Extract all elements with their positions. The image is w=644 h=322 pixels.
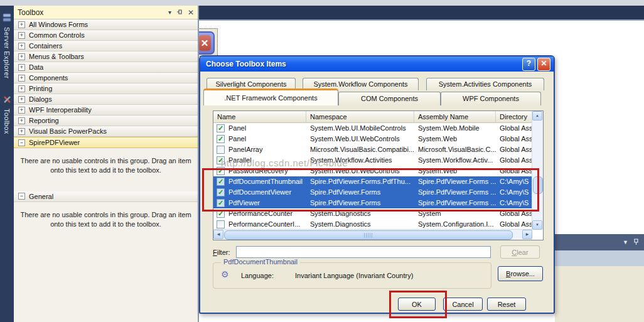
choose-toolbox-items-dialog: Choose Toolbox Items ? ✕ Silverlight Com…: [199, 55, 555, 314]
tab-system-activities-components[interactable]: System.Activities Components: [426, 78, 544, 90]
cell-name: ✓PdfDocumentViewer: [213, 187, 306, 198]
toolbox-group-menus-toolbars[interactable]: +Menus & Toolbars: [14, 51, 198, 62]
gear-icon: ⚙: [221, 269, 229, 279]
checkbox[interactable]: ✓: [217, 178, 225, 186]
horizontal-scrollbar[interactable]: ◀ ▶: [213, 229, 532, 240]
close-icon: ✕: [198, 35, 211, 51]
scroll-up-icon[interactable]: ▲: [532, 111, 542, 121]
table-row-pdfviewer[interactable]: ✓PdfViewerSpire.PdfViewer.FormsSpire.Pdf…: [213, 198, 532, 208]
reset-button[interactable]: Reset: [487, 298, 526, 311]
checkbox[interactable]: ✓: [217, 135, 225, 143]
right-panel-header[interactable]: ▼: [555, 234, 644, 250]
toolbox-group-spirepdfviewer[interactable]: −SpirePDFViewer: [14, 137, 198, 148]
toolbox-empty-note: There are no usable controls in this gro…: [19, 210, 193, 230]
expand-icon[interactable]: +: [18, 107, 25, 114]
sidebar-item-server-explorer[interactable]: Server Explorer: [0, 13, 14, 78]
checkbox[interactable]: ✓: [217, 124, 225, 132]
dialog-title: Choose Toolbox Items: [206, 60, 520, 68]
cell-directory: C:\Amy\S: [496, 198, 532, 208]
expand-icon[interactable]: +: [18, 128, 25, 135]
cell-directory: C:\Amy\S: [496, 187, 532, 198]
dialog-titlebar[interactable]: Choose Toolbox Items ? ✕: [200, 56, 554, 72]
toolbox-group-data[interactable]: +Data: [14, 62, 198, 73]
sidebar-item-label: Server Explorer: [3, 27, 11, 78]
checkbox[interactable]: ✓: [217, 188, 225, 196]
expand-icon[interactable]: +: [18, 85, 25, 92]
table-row-panel[interactable]: ✓PanelSystem.Web.UI.MobileControlsSystem…: [213, 123, 532, 134]
toolbox-group-label: All Windows Forms: [29, 21, 88, 28]
toolbox-group-dialogs[interactable]: +Dialogs: [14, 94, 198, 105]
horizontal-scroll-thumb[interactable]: [224, 230, 513, 240]
toolbox-group-general[interactable]: −General: [14, 191, 198, 202]
pin-icon[interactable]: [176, 9, 183, 16]
pin-icon[interactable]: [633, 239, 639, 247]
sidebar-item-toolbox[interactable]: Toolbox: [0, 95, 14, 134]
tab-com-components[interactable]: COM Components: [338, 92, 441, 105]
clear-button[interactable]: Clear: [500, 245, 540, 259]
vertical-scrollbar[interactable]: ▲ ▼: [532, 111, 543, 230]
expand-icon[interactable]: +: [18, 43, 25, 50]
tab-wpf-components[interactable]: WPF Components: [441, 92, 541, 105]
checkbox[interactable]: ✓: [217, 199, 225, 207]
filter-label: Filter:: [213, 249, 230, 256]
close-icon[interactable]: ✕: [537, 58, 550, 71]
toolbox-group-containers[interactable]: +Containers: [14, 41, 198, 51]
checkbox[interactable]: ✓: [217, 167, 225, 175]
collapse-icon[interactable]: −: [18, 193, 25, 200]
cell-namespace: System.Web.UI.WebControls: [306, 134, 414, 144]
component-name: Parallel: [228, 155, 252, 166]
table-row-performancecounter[interactable]: ✓PerformanceCounterSystem.DiagnosticsSys…: [213, 208, 532, 219]
toolbox-group-label: Reporting: [29, 117, 59, 124]
cell-assembly-name: System.Web: [414, 134, 496, 144]
checkbox[interactable]: [217, 146, 225, 154]
checkbox[interactable]: ✓: [217, 156, 225, 164]
table-row-panel[interactable]: ✓PanelSystem.Web.UI.WebControlsSystem.We…: [213, 134, 532, 144]
vertical-scroll-thumb[interactable]: [533, 176, 543, 194]
scroll-left-icon[interactable]: ◀: [213, 230, 223, 239]
help-icon[interactable]: ?: [522, 58, 535, 71]
table-row-performancecounteri[interactable]: PerformanceCounterI...System.Diagnostics…: [213, 219, 532, 230]
chevron-down-icon[interactable]: ▼: [623, 239, 628, 245]
expand-icon[interactable]: +: [18, 117, 25, 124]
column-header-assembly-name[interactable]: Assembly Name: [414, 111, 496, 123]
toolbox-group-visual-basic-powerpacks[interactable]: +Visual Basic PowerPacks: [14, 126, 198, 137]
table-row-passwordrecovery[interactable]: ✓PasswordRecoverySystem.Web.UI.WebContro…: [213, 166, 532, 176]
toolbox-group-common-controls[interactable]: +Common Controls: [14, 30, 198, 41]
expand-icon[interactable]: +: [18, 64, 25, 71]
table-row-panelarray[interactable]: PanelArrayMicrosoft.VisualBasic.Compatib…: [213, 144, 532, 155]
tab-net-framework-components[interactable]: .NET Framework Components: [203, 89, 338, 105]
cell-directory: Global Ass: [496, 144, 532, 155]
cell-name: ✓Parallel: [213, 155, 306, 166]
toolbox-group-printing[interactable]: +Printing: [14, 83, 198, 94]
cancel-button[interactable]: Cancel: [443, 298, 483, 311]
close-icon[interactable]: ✕: [188, 8, 194, 17]
expand-icon[interactable]: +: [18, 32, 25, 39]
window-menu-icon[interactable]: ▾: [168, 9, 171, 16]
toolbox-group-components[interactable]: +Components: [14, 73, 198, 83]
cell-name: ✓PdfViewer: [213, 198, 306, 208]
toolbox-group-label: SpirePDFViewer: [29, 139, 80, 146]
filter-input[interactable]: [236, 246, 491, 258]
table-row-parallel[interactable]: ✓ParallelSystem.Workflow.ActivitiesSyste…: [213, 155, 532, 166]
table-row-pdfdocumentviewer[interactable]: ✓PdfDocumentViewerSpire.PdfViewer.FormsS…: [213, 187, 532, 198]
server-explorer-icon: [3, 13, 12, 24]
ok-button[interactable]: OK: [398, 298, 436, 311]
cell-namespace: System.Web.UI.WebControls: [306, 166, 414, 176]
checkbox[interactable]: [217, 220, 225, 228]
toolbox-group-all-windows-forms[interactable]: +All Windows Forms: [14, 19, 198, 30]
checkbox[interactable]: ✓: [217, 210, 225, 218]
expand-icon[interactable]: +: [18, 75, 25, 82]
scroll-right-icon[interactable]: ▶: [522, 230, 532, 239]
toolbox-group-wpf-interoperability[interactable]: +WPF Interoperability: [14, 105, 198, 115]
expand-icon[interactable]: +: [18, 21, 25, 28]
browse-button[interactable]: Browse...: [498, 266, 543, 281]
column-header-name[interactable]: Name: [213, 111, 306, 123]
table-row-pdfdocumentthumbnail[interactable]: ✓PdfDocumentThumbnailSpire.PdfViewer.For…: [213, 176, 532, 187]
collapse-icon[interactable]: −: [18, 139, 25, 146]
column-header-namespace[interactable]: Namespace: [306, 111, 414, 123]
toolbox-group-reporting[interactable]: +Reporting: [14, 115, 198, 126]
toolbox-group-label: Dialogs: [29, 95, 52, 103]
expand-icon[interactable]: +: [18, 53, 25, 60]
scroll-down-icon[interactable]: ▼: [532, 220, 542, 230]
expand-icon[interactable]: +: [18, 96, 25, 103]
